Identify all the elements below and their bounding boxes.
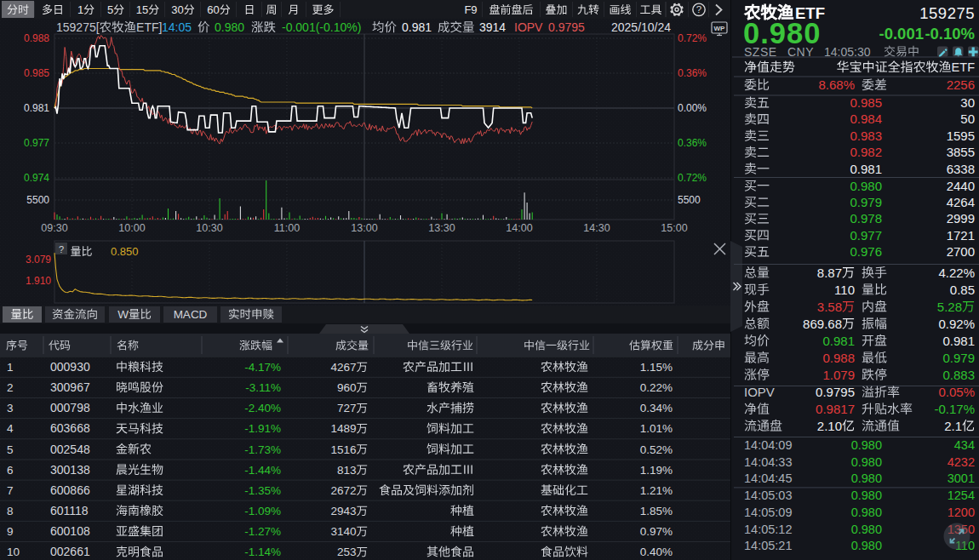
svg-text:-1.09%: -1.09% xyxy=(244,505,281,517)
svg-text:1.21%: 1.21% xyxy=(640,484,673,497)
svg-text:4: 4 xyxy=(7,422,14,435)
svg-text:3: 3 xyxy=(7,402,14,414)
svg-text:0.980: 0.980 xyxy=(215,20,244,34)
svg-text:0.981: 0.981 xyxy=(942,334,975,348)
svg-text:0.72%: 0.72% xyxy=(678,32,707,44)
svg-text:0.980: 0.980 xyxy=(851,471,882,485)
svg-text:1516: 1516 xyxy=(330,443,356,456)
svg-text:0.980: 0.980 xyxy=(851,438,882,452)
svg-text:-4.17%: -4.17% xyxy=(244,361,281,374)
svg-text:300138: 300138 xyxy=(50,463,90,477)
svg-text:2700: 2700 xyxy=(947,244,975,259)
svg-text:1: 1 xyxy=(77,3,83,16)
svg-text:6338: 6338 xyxy=(947,162,975,176)
svg-text:0.981: 0.981 xyxy=(822,334,855,348)
svg-text:2.1: 2.1 xyxy=(944,419,962,433)
svg-text:60: 60 xyxy=(207,3,219,16)
svg-text:50: 50 xyxy=(960,111,975,126)
svg-text:-0.001: -0.001 xyxy=(879,25,924,43)
svg-text:WP: WP xyxy=(714,25,726,32)
svg-text:0.883: 0.883 xyxy=(942,368,975,382)
svg-text:0.85: 0.85 xyxy=(950,283,975,297)
svg-text:-1.44%: -1.44% xyxy=(244,464,281,477)
svg-text:2: 2 xyxy=(7,381,14,394)
svg-text:10:00: 10:00 xyxy=(118,222,145,234)
svg-text:1595: 1595 xyxy=(947,129,975,143)
svg-text:0.974: 0.974 xyxy=(24,172,49,184)
svg-text:1254: 1254 xyxy=(948,489,975,502)
svg-text:-1.35%: -1.35% xyxy=(244,484,281,497)
svg-text:8.68%: 8.68% xyxy=(818,77,855,92)
svg-text:1721: 1721 xyxy=(947,228,975,243)
svg-text:2025/10/24: 2025/10/24 xyxy=(611,20,671,34)
svg-text:0.985: 0.985 xyxy=(850,95,882,110)
svg-text:601118: 601118 xyxy=(50,504,89,517)
svg-text:0.983: 0.983 xyxy=(850,129,882,143)
svg-text:1.19%: 1.19% xyxy=(640,464,673,477)
svg-text:ETF: ETF xyxy=(952,60,976,74)
svg-text:F9: F9 xyxy=(464,3,477,16)
svg-text:4264: 4264 xyxy=(947,195,975,209)
svg-text:0.40%: 0.40% xyxy=(640,546,673,558)
svg-text:14:00: 14:00 xyxy=(506,222,532,234)
svg-text:0.9795: 0.9795 xyxy=(548,20,585,34)
svg-text:0.34%: 0.34% xyxy=(640,402,673,414)
svg-text:0.976: 0.976 xyxy=(850,244,882,259)
svg-text:14:05: 14:05 xyxy=(162,20,192,34)
svg-text:600866: 600866 xyxy=(50,483,90,497)
svg-text:1489: 1489 xyxy=(330,422,356,435)
svg-text:8: 8 xyxy=(7,505,14,517)
svg-text:434: 434 xyxy=(954,438,975,452)
svg-text:253: 253 xyxy=(337,546,357,558)
svg-text:10: 10 xyxy=(7,546,20,558)
svg-text:0.980: 0.980 xyxy=(851,455,882,469)
svg-text:14:05:03: 14:05:03 xyxy=(744,489,792,502)
svg-text:869.68: 869.68 xyxy=(803,317,842,331)
svg-text:0.988: 0.988 xyxy=(822,351,855,365)
svg-text:-1.73%: -1.73% xyxy=(244,443,281,456)
svg-text:2.10: 2.10 xyxy=(817,419,842,433)
svg-text:0.981: 0.981 xyxy=(402,20,432,34)
svg-text:002548: 002548 xyxy=(50,443,90,456)
svg-text:3001: 3001 xyxy=(948,471,975,485)
svg-text:0.22%: 0.22% xyxy=(640,381,673,394)
svg-text:0.00%: 0.00% xyxy=(678,102,707,114)
svg-text:0.979: 0.979 xyxy=(942,351,975,365)
svg-text:2999: 2999 xyxy=(947,211,975,226)
svg-text:0.980: 0.980 xyxy=(851,539,882,552)
svg-text:3855: 3855 xyxy=(947,145,975,159)
svg-text:002661: 002661 xyxy=(50,545,90,558)
svg-text:09:30: 09:30 xyxy=(41,222,67,234)
svg-text:0.985: 0.985 xyxy=(24,67,49,79)
svg-text:4232: 4232 xyxy=(948,455,975,469)
svg-text:11:00: 11:00 xyxy=(274,222,300,234)
svg-text:30: 30 xyxy=(171,3,183,16)
svg-text:0.979: 0.979 xyxy=(850,195,882,209)
svg-text:5.28: 5.28 xyxy=(937,300,962,314)
svg-text:0.984: 0.984 xyxy=(850,111,882,126)
svg-text:2256: 2256 xyxy=(947,77,975,92)
svg-text:SZSE: SZSE xyxy=(744,45,777,59)
svg-text:14:04:09: 14:04:09 xyxy=(744,438,792,452)
svg-text:3914: 3914 xyxy=(479,20,506,34)
svg-text:000798: 000798 xyxy=(50,401,90,414)
svg-text:2440: 2440 xyxy=(947,179,975,193)
svg-text:813: 813 xyxy=(337,464,357,477)
svg-text:1200: 1200 xyxy=(948,506,975,519)
svg-text:-0.17%: -0.17% xyxy=(934,402,975,416)
svg-text:ETF]: ETF] xyxy=(136,20,162,34)
svg-text:600108: 600108 xyxy=(50,524,90,538)
svg-text:MACD: MACD xyxy=(174,308,208,321)
svg-text:0.97%: 0.97% xyxy=(640,525,673,538)
svg-text:5500: 5500 xyxy=(678,194,701,206)
svg-text:13:00: 13:00 xyxy=(351,222,377,234)
svg-text:2672: 2672 xyxy=(330,484,356,497)
svg-text:0.36%: 0.36% xyxy=(678,67,707,79)
svg-text:0.980: 0.980 xyxy=(851,506,882,519)
svg-text:0.982: 0.982 xyxy=(850,145,882,159)
svg-text:-3.11%: -3.11% xyxy=(245,381,281,394)
svg-text:4.22%: 4.22% xyxy=(938,266,975,280)
svg-text:15: 15 xyxy=(136,3,148,16)
svg-text:-1.91%: -1.91% xyxy=(244,422,281,435)
svg-text:1.01%: 1.01% xyxy=(640,422,673,435)
